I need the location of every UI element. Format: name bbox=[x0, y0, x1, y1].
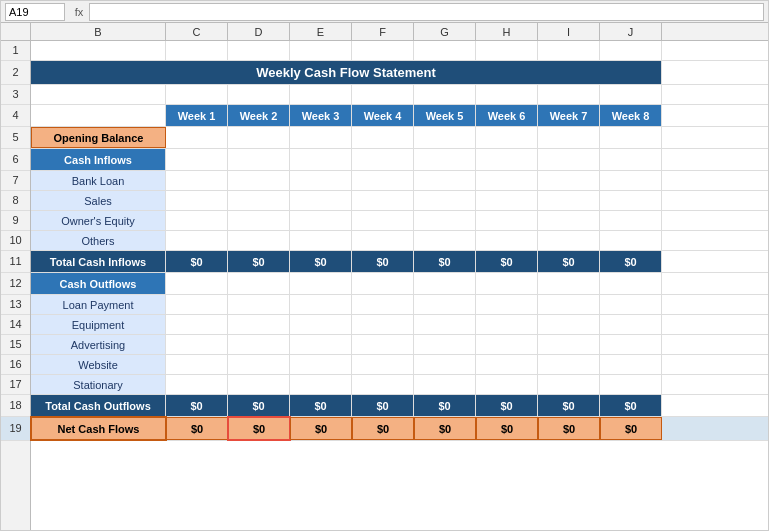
cell-e3[interactable] bbox=[290, 85, 352, 104]
cell-f13[interactable] bbox=[352, 295, 414, 314]
cell-g14[interactable] bbox=[414, 315, 476, 334]
cell-j7[interactable] bbox=[600, 171, 662, 190]
cell-d9[interactable] bbox=[228, 211, 290, 230]
cell-d10[interactable] bbox=[228, 231, 290, 250]
cell-j10[interactable] bbox=[600, 231, 662, 250]
name-box[interactable] bbox=[5, 3, 65, 21]
cell-j12[interactable] bbox=[600, 273, 662, 294]
cell-d7[interactable] bbox=[228, 171, 290, 190]
cell-c9[interactable] bbox=[166, 211, 228, 230]
cell-f15[interactable] bbox=[352, 335, 414, 354]
cell-e13[interactable] bbox=[290, 295, 352, 314]
cell-d17[interactable] bbox=[228, 375, 290, 394]
cell-f8[interactable] bbox=[352, 191, 414, 210]
row-num-3[interactable]: 3 bbox=[1, 85, 30, 105]
cell-e16[interactable] bbox=[290, 355, 352, 374]
cell-h5[interactable] bbox=[476, 127, 538, 148]
cell-g1[interactable] bbox=[414, 41, 476, 60]
cell-g17[interactable] bbox=[414, 375, 476, 394]
col-header-g[interactable]: G bbox=[414, 23, 476, 40]
cell-j9[interactable] bbox=[600, 211, 662, 230]
cell-f5[interactable] bbox=[352, 127, 414, 148]
total-cash-outflows-label[interactable]: Total Cash Outflows bbox=[31, 395, 166, 416]
col-header-j[interactable]: J bbox=[600, 23, 662, 40]
cell-e9[interactable] bbox=[290, 211, 352, 230]
total-outflows-w5[interactable]: $0 bbox=[414, 395, 476, 416]
row-num-13[interactable]: 13 bbox=[1, 295, 30, 315]
col-header-i[interactable]: I bbox=[538, 23, 600, 40]
cell-f12[interactable] bbox=[352, 273, 414, 294]
cell-e5[interactable] bbox=[290, 127, 352, 148]
cell-e14[interactable] bbox=[290, 315, 352, 334]
total-inflows-w8[interactable]: $0 bbox=[600, 251, 662, 272]
cell-c16[interactable] bbox=[166, 355, 228, 374]
cell-j15[interactable] bbox=[600, 335, 662, 354]
cell-e8[interactable] bbox=[290, 191, 352, 210]
row-num-1[interactable]: 1 bbox=[1, 41, 30, 61]
cell-e6[interactable] bbox=[290, 149, 352, 170]
row-num-4[interactable]: 4 bbox=[1, 105, 30, 127]
row-num-2[interactable]: 2 bbox=[1, 61, 30, 85]
cell-c14[interactable] bbox=[166, 315, 228, 334]
cell-c6[interactable] bbox=[166, 149, 228, 170]
cell-d14[interactable] bbox=[228, 315, 290, 334]
cell-f16[interactable] bbox=[352, 355, 414, 374]
cell-h17[interactable] bbox=[476, 375, 538, 394]
net-flows-w2[interactable]: $0 bbox=[228, 417, 290, 440]
cell-g3[interactable] bbox=[414, 85, 476, 104]
cell-d8[interactable] bbox=[228, 191, 290, 210]
cell-d12[interactable] bbox=[228, 273, 290, 294]
row-num-6[interactable]: 6 bbox=[1, 149, 30, 171]
cell-g5[interactable] bbox=[414, 127, 476, 148]
cell-d1[interactable] bbox=[228, 41, 290, 60]
sales-label[interactable]: Sales bbox=[31, 191, 166, 210]
total-outflows-w1[interactable]: $0 bbox=[166, 395, 228, 416]
cell-f7[interactable] bbox=[352, 171, 414, 190]
row-num-9[interactable]: 9 bbox=[1, 211, 30, 231]
row-num-17[interactable]: 17 bbox=[1, 375, 30, 395]
cell-i6[interactable] bbox=[538, 149, 600, 170]
cell-d13[interactable] bbox=[228, 295, 290, 314]
cell-c3[interactable] bbox=[166, 85, 228, 104]
col-header-h[interactable]: H bbox=[476, 23, 538, 40]
cell-c17[interactable] bbox=[166, 375, 228, 394]
cell-c8[interactable] bbox=[166, 191, 228, 210]
net-flows-w4[interactable]: $0 bbox=[352, 417, 414, 440]
net-flows-w3[interactable]: $0 bbox=[290, 417, 352, 440]
total-outflows-w2[interactable]: $0 bbox=[228, 395, 290, 416]
total-outflows-w6[interactable]: $0 bbox=[476, 395, 538, 416]
row-num-16[interactable]: 16 bbox=[1, 355, 30, 375]
row-num-18[interactable]: 18 bbox=[1, 395, 30, 417]
row-num-12[interactable]: 12 bbox=[1, 273, 30, 295]
total-cash-inflows-label[interactable]: Total Cash Inflows bbox=[31, 251, 166, 272]
cell-g16[interactable] bbox=[414, 355, 476, 374]
cell-b3[interactable] bbox=[31, 85, 166, 104]
cell-h10[interactable] bbox=[476, 231, 538, 250]
cell-e10[interactable] bbox=[290, 231, 352, 250]
total-inflows-w2[interactable]: $0 bbox=[228, 251, 290, 272]
cell-i9[interactable] bbox=[538, 211, 600, 230]
cell-e15[interactable] bbox=[290, 335, 352, 354]
cell-h1[interactable] bbox=[476, 41, 538, 60]
cell-c13[interactable] bbox=[166, 295, 228, 314]
cell-j16[interactable] bbox=[600, 355, 662, 374]
total-outflows-w3[interactable]: $0 bbox=[290, 395, 352, 416]
col-header-c[interactable]: C bbox=[166, 23, 228, 40]
cell-g8[interactable] bbox=[414, 191, 476, 210]
cell-i10[interactable] bbox=[538, 231, 600, 250]
stationary-label[interactable]: Stationary bbox=[31, 375, 166, 394]
total-inflows-w1[interactable]: $0 bbox=[166, 251, 228, 272]
cell-g13[interactable] bbox=[414, 295, 476, 314]
cell-g15[interactable] bbox=[414, 335, 476, 354]
cash-outflows-label[interactable]: Cash Outflows bbox=[31, 273, 166, 294]
cell-h14[interactable] bbox=[476, 315, 538, 334]
cell-d15[interactable] bbox=[228, 335, 290, 354]
cell-e1[interactable] bbox=[290, 41, 352, 60]
title-cell[interactable]: Weekly Cash Flow Statement bbox=[31, 61, 662, 84]
advertising-label[interactable]: Advertising bbox=[31, 335, 166, 354]
cell-i16[interactable] bbox=[538, 355, 600, 374]
cell-h8[interactable] bbox=[476, 191, 538, 210]
cell-c15[interactable] bbox=[166, 335, 228, 354]
cell-d16[interactable] bbox=[228, 355, 290, 374]
bank-loan-label[interactable]: Bank Loan bbox=[31, 171, 166, 190]
